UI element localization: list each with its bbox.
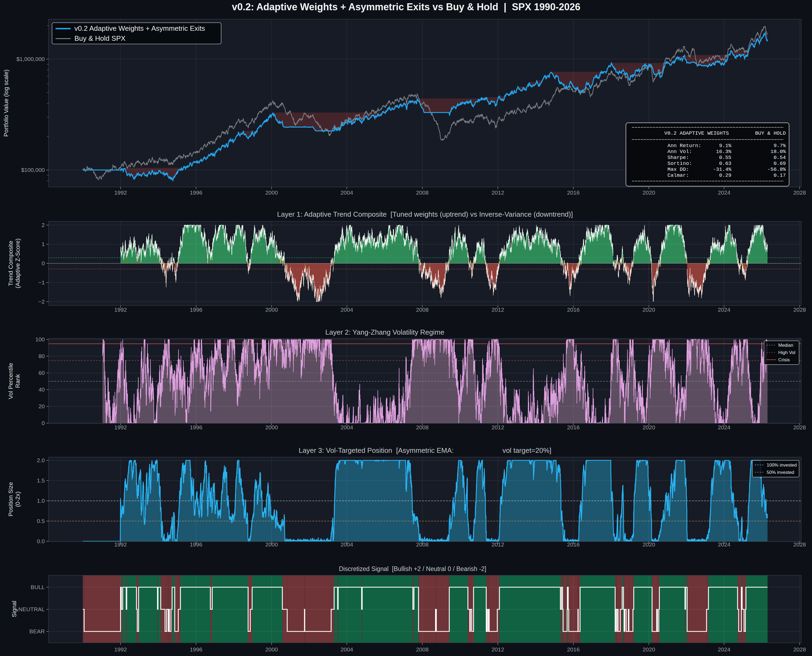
svg-text:2008: 2008 [416, 306, 429, 313]
svg-text:Buy & Hold SPX: Buy & Hold SPX [74, 34, 125, 42]
svg-text:2016: 2016 [567, 189, 580, 196]
svg-text:(Adaptive Z-Score): (Adaptive Z-Score) [14, 238, 21, 288]
svg-text:Trend Composite: Trend Composite [7, 241, 14, 286]
svg-text:2.0: 2.0 [37, 457, 45, 463]
svg-text:2012: 2012 [492, 189, 504, 196]
svg-text:−1: −1 [38, 279, 45, 286]
svg-text:Signal: Signal [11, 601, 17, 617]
svg-text:2012: 2012 [492, 306, 504, 313]
svg-text:2000: 2000 [266, 646, 278, 653]
svg-text:2016: 2016 [567, 646, 580, 653]
svg-text:v0.2: Adaptive Weights + Asymm: v0.2: Adaptive Weights + Asymmetric Exit… [232, 2, 580, 13]
svg-text:$100,000: $100,000 [21, 167, 45, 173]
svg-text:2012: 2012 [492, 424, 504, 430]
svg-text:80: 80 [39, 353, 45, 359]
svg-text:2000: 2000 [266, 189, 278, 196]
svg-text:2: 2 [42, 222, 45, 228]
svg-text:Ann Vol:: Ann Vol: [667, 149, 692, 155]
svg-text:18.0%: 18.0% [770, 149, 786, 155]
svg-text:1: 1 [42, 241, 45, 247]
svg-text:2008: 2008 [416, 189, 429, 196]
svg-text:2028: 2028 [793, 306, 806, 313]
svg-text:1992: 1992 [114, 646, 127, 653]
svg-text:High Vol: High Vol [778, 350, 795, 355]
svg-text:1992: 1992 [114, 542, 127, 548]
svg-text:V0.2 ADAPTIVE WEIGHTS: V0.2 ADAPTIVE WEIGHTS [664, 130, 729, 136]
svg-text:1996: 1996 [190, 646, 202, 653]
svg-text:0.69: 0.69 [773, 161, 786, 167]
svg-text:−2: −2 [38, 299, 45, 305]
svg-text:2008: 2008 [416, 424, 429, 430]
svg-text:2016: 2016 [567, 306, 580, 313]
svg-text:Layer 1: Adaptive Trend Compos: Layer 1: Adaptive Trend Composite [Tuned… [277, 210, 573, 218]
svg-text:2004: 2004 [341, 306, 353, 313]
svg-text:2028: 2028 [793, 189, 806, 196]
svg-text:Median: Median [778, 343, 793, 348]
svg-text:2020: 2020 [643, 306, 655, 313]
svg-text:0.63: 0.63 [719, 161, 731, 167]
svg-text:-56.8%: -56.8% [767, 167, 786, 172]
svg-text:1996: 1996 [190, 542, 202, 548]
svg-text:BUY & HOLD: BUY & HOLD [755, 130, 786, 136]
svg-text:Vol Percentile: Vol Percentile [7, 363, 14, 399]
svg-text:2024: 2024 [718, 189, 730, 196]
svg-text:2000: 2000 [266, 542, 278, 548]
svg-text:9.1%: 9.1% [719, 143, 731, 149]
svg-text:Discretized Signal [Bullish +: Discretized Signal [Bullish +2 / Neutral… [339, 565, 486, 572]
svg-text:20: 20 [39, 403, 45, 409]
svg-text:0: 0 [42, 260, 45, 266]
svg-text:2004: 2004 [341, 542, 353, 548]
svg-text:2004: 2004 [341, 646, 353, 653]
svg-text:0.54: 0.54 [773, 155, 786, 161]
svg-text:Crisis: Crisis [778, 357, 790, 362]
svg-text:NEUTRAL: NEUTRAL [19, 606, 45, 612]
svg-text:0.55: 0.55 [719, 155, 731, 161]
svg-text:v0.2 Adaptive Weights + Asymme: v0.2 Adaptive Weights + Asymmetric Exits [74, 24, 205, 32]
svg-text:2008: 2008 [416, 542, 429, 548]
svg-text:1996: 1996 [190, 424, 202, 430]
svg-text:2028: 2028 [793, 424, 806, 430]
svg-text:1992: 1992 [114, 189, 127, 196]
svg-text:2020: 2020 [643, 646, 655, 653]
svg-text:2020: 2020 [643, 189, 655, 196]
svg-text:2024: 2024 [718, 306, 730, 313]
svg-text:Portfolio Value (log scale): Portfolio Value (log scale) [3, 70, 9, 136]
svg-text:0.5: 0.5 [37, 518, 45, 524]
svg-text:Calmar:: Calmar: [667, 172, 689, 178]
svg-text:Rank: Rank [14, 374, 21, 388]
svg-text:2012: 2012 [492, 646, 504, 653]
svg-text:50% invested: 50% invested [767, 470, 794, 475]
svg-text:2012: 2012 [492, 542, 504, 548]
svg-text:2000: 2000 [266, 424, 278, 430]
svg-text:60: 60 [39, 370, 45, 376]
svg-text:2004: 2004 [341, 424, 353, 430]
svg-text:2024: 2024 [718, 424, 730, 430]
svg-text:2016: 2016 [567, 424, 580, 430]
svg-text:(0-2x): (0-2x) [14, 491, 21, 507]
svg-text:BEAR: BEAR [29, 628, 45, 634]
svg-text:Sortino:: Sortino: [667, 161, 692, 167]
svg-text:BULL: BULL [31, 584, 45, 590]
svg-text:1.5: 1.5 [37, 477, 45, 484]
svg-text:1992: 1992 [114, 306, 127, 313]
svg-text:2028: 2028 [793, 542, 806, 548]
svg-text:Ann Return:: Ann Return: [667, 143, 701, 149]
svg-text:Sharpe:: Sharpe: [667, 155, 689, 161]
svg-text:2028: 2028 [793, 646, 806, 653]
svg-text:9.7%: 9.7% [773, 143, 786, 149]
svg-text:100: 100 [36, 336, 45, 342]
svg-text:1.0: 1.0 [37, 498, 45, 504]
svg-text:$1,000,000: $1,000,000 [17, 56, 45, 62]
svg-text:2024: 2024 [718, 542, 730, 548]
svg-text:0: 0 [42, 420, 45, 426]
svg-text:2004: 2004 [341, 189, 353, 196]
svg-text:0.17: 0.17 [773, 172, 786, 178]
svg-text:2016: 2016 [567, 542, 580, 548]
svg-text:1996: 1996 [190, 306, 202, 313]
svg-text:Max DD:: Max DD: [667, 167, 689, 172]
svg-text:0.0: 0.0 [37, 538, 45, 544]
svg-text:-31.4%: -31.4% [713, 167, 732, 172]
svg-text:2020: 2020 [643, 424, 655, 430]
svg-text:2024: 2024 [718, 646, 730, 653]
svg-text:2000: 2000 [266, 306, 278, 313]
